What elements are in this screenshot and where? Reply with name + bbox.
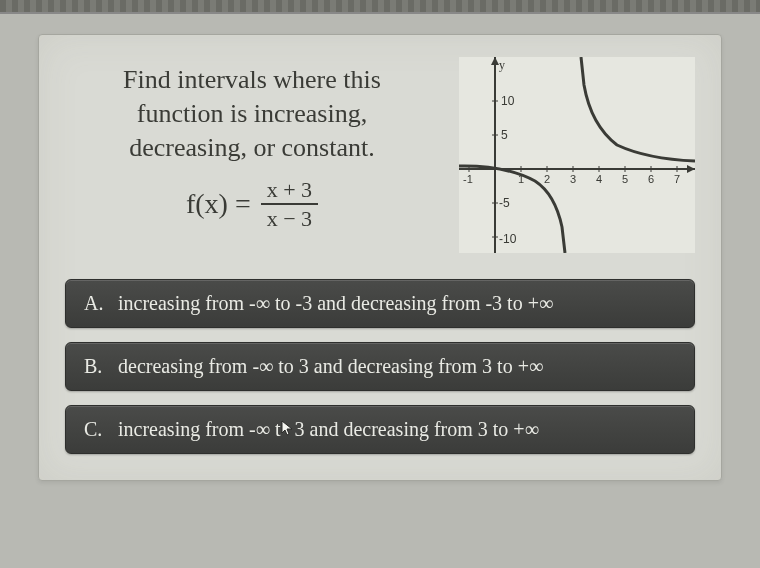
x-tick-2: 2 bbox=[544, 173, 550, 185]
y-tick-5: 5 bbox=[501, 128, 508, 142]
curve-right-branch bbox=[581, 57, 695, 161]
formula: f(x) = x + 3 x − 3 bbox=[65, 178, 439, 230]
graph: y 10 5 -5 -10 -1 1 2 3 bbox=[459, 57, 695, 253]
answer-options: A. increasing from -∞ to -3 and decreasi… bbox=[65, 279, 695, 454]
question-card: Find intervals where this function is in… bbox=[38, 34, 722, 481]
option-c-letter: C. bbox=[84, 418, 108, 441]
option-c-pre: increasing from -∞ t bbox=[118, 418, 281, 440]
option-c-post: 3 and decreasing from 3 to +∞ bbox=[295, 418, 539, 440]
y-tick-10: 10 bbox=[501, 94, 515, 108]
option-c-text: increasing from -∞ t3 and decreasing fro… bbox=[118, 418, 539, 441]
window-top-border bbox=[0, 0, 760, 14]
x-tick-7: 7 bbox=[674, 173, 680, 185]
y-tick-neg10: -10 bbox=[499, 232, 517, 246]
svg-marker-1 bbox=[491, 57, 499, 65]
question-top-row: Find intervals where this function is in… bbox=[65, 57, 695, 253]
x-tick-6: 6 bbox=[648, 173, 654, 185]
fraction-denominator: x − 3 bbox=[261, 205, 318, 230]
fraction-numerator: x + 3 bbox=[261, 178, 318, 205]
cursor-icon bbox=[281, 420, 295, 438]
formula-lhs: f(x) = bbox=[186, 188, 251, 220]
option-b[interactable]: B. decreasing from -∞ to 3 and decreasin… bbox=[65, 342, 695, 391]
formula-fraction: x + 3 x − 3 bbox=[261, 178, 318, 230]
option-b-letter: B. bbox=[84, 355, 108, 378]
prompt-line-1: Find intervals where this bbox=[123, 65, 381, 94]
prompt-line-3: decreasing, or constant. bbox=[129, 133, 374, 162]
y-tick-neg5: -5 bbox=[499, 196, 510, 210]
option-a-letter: A. bbox=[84, 292, 108, 315]
graph-svg: y 10 5 -5 -10 -1 1 2 3 bbox=[459, 57, 695, 253]
option-c[interactable]: C. increasing from -∞ t3 and decreasing … bbox=[65, 405, 695, 454]
option-a[interactable]: A. increasing from -∞ to -3 and decreasi… bbox=[65, 279, 695, 328]
y-axis-label: y bbox=[499, 58, 505, 72]
x-tick-neg1: -1 bbox=[463, 173, 473, 185]
question-left: Find intervals where this function is in… bbox=[65, 57, 439, 231]
x-tick-3: 3 bbox=[570, 173, 576, 185]
x-tick-5: 5 bbox=[622, 173, 628, 185]
prompt-line-2: function is increasing, bbox=[137, 99, 367, 128]
x-tick-4: 4 bbox=[596, 173, 602, 185]
svg-marker-0 bbox=[687, 165, 695, 173]
option-a-text: increasing from -∞ to -3 and decreasing … bbox=[118, 292, 553, 315]
question-prompt: Find intervals where this function is in… bbox=[65, 57, 439, 164]
option-b-text: decreasing from -∞ to 3 and decreasing f… bbox=[118, 355, 543, 378]
